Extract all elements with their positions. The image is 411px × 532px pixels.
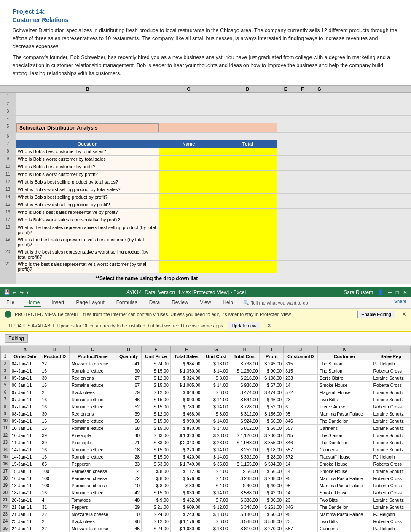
table-cell[interactable]: Flagstaff House (318, 389, 371, 396)
table-cell[interactable]: 16 (40, 367, 70, 374)
table-cell[interactable]: $ 14.00 (202, 489, 230, 496)
table-cell[interactable]: $ 4.00 (202, 482, 230, 489)
table-row[interactable]: 1816-Jan-11100Parmesan cheese72$ 8.00$ 5… (1, 475, 411, 482)
table-cell[interactable]: 21-Jan-11 (10, 503, 40, 510)
table-cell[interactable]: 95 (284, 475, 318, 482)
table-cell[interactable]: $ 392.00 (230, 453, 260, 460)
table-cell[interactable]: $ 15.00 (142, 367, 171, 374)
table-cell[interactable]: $ 52.00 (260, 403, 284, 410)
table-cell[interactable]: $ 728.00 (230, 403, 260, 410)
table-row[interactable]: 1514-Jan-1116Romaine lettuce28$ 15.00$ 4… (1, 453, 411, 460)
table-cell[interactable]: $ 24.00 (142, 525, 171, 532)
table-cell[interactable]: 557 (284, 424, 318, 432)
table-cell[interactable]: 18 (116, 446, 142, 453)
table-cell[interactable]: $ 15.00 (142, 403, 171, 410)
table-cell[interactable]: Loraine Schultz (371, 496, 411, 503)
table-cell[interactable]: 23 (284, 518, 318, 525)
table-cell[interactable]: $ 24.00 (142, 510, 171, 518)
table-cell[interactable]: $ 2,343.00 (170, 439, 202, 446)
table-cell[interactable]: The Dandelion (318, 503, 371, 510)
tab-data[interactable]: Data (148, 299, 161, 307)
table-cell[interactable]: 23-Jan-11 (10, 518, 40, 525)
table-row[interactable]: 908-Jan-1130Red onions39$ 12.00$ 468.00$… (1, 410, 411, 417)
table-cell[interactable]: $ 8.00 (202, 410, 230, 417)
table-cell[interactable]: $ 28.00 (202, 432, 230, 439)
table-cell[interactable]: 58 (116, 424, 142, 432)
table-cell[interactable]: $ 4.00 (202, 467, 230, 475)
table-cell[interactable]: $ 468.00 (170, 410, 202, 417)
table-cell[interactable]: $ 924.00 (230, 417, 260, 424)
table-cell[interactable]: 11-Jan-11 (10, 439, 40, 446)
table-cell[interactable]: 22 (40, 510, 70, 518)
table-cell[interactable]: $ 180.00 (230, 510, 260, 518)
table-cell[interactable]: Roberta Cross (371, 381, 411, 389)
table-cell[interactable]: $ 990.00 (170, 417, 202, 424)
table-cell[interactable]: Smoke House (318, 467, 371, 475)
table-cell[interactable]: 100 (40, 467, 70, 475)
table-cell[interactable]: $ 15.00 (142, 446, 171, 453)
table-cell[interactable]: 10-Jan-11 (10, 432, 40, 439)
table-cell[interactable]: The Station (318, 432, 371, 439)
table-cell[interactable]: Two Bitts (318, 396, 371, 403)
table-cell[interactable]: Loraine Schultz (371, 410, 411, 417)
table-row[interactable]: 707-Jan-1116Romaine lettuce46$ 15.00$ 69… (1, 396, 411, 403)
table-cell[interactable]: 2 (40, 518, 70, 525)
table-cell[interactable]: 4 (40, 496, 70, 503)
table-cell[interactable]: $ 240.00 (170, 510, 202, 518)
table-cell[interactable]: $ 738.00 (230, 360, 260, 367)
table-cell[interactable]: Loraine Schultz (371, 396, 411, 403)
table-cell[interactable]: $ 12.00 (142, 518, 171, 525)
table-cell[interactable]: 45 (116, 525, 142, 532)
table-cell[interactable]: $ 594.00 (260, 460, 284, 467)
table-cell[interactable]: Mozzarella cheese (70, 360, 116, 367)
table-cell[interactable]: PJ Helgoth (371, 525, 411, 532)
table-row[interactable]: 506-Jan-1116Romaine lettuce67$ 15.00$ 1,… (1, 381, 411, 389)
table-cell[interactable]: Pineapple (70, 439, 116, 446)
col-header-B[interactable]: B (40, 346, 70, 353)
table-cell[interactable]: 67 (116, 381, 142, 389)
table-cell[interactable]: $ 14.00 (202, 453, 230, 460)
update-now-button[interactable]: Update now (228, 322, 260, 329)
table-cell[interactable]: 46 (116, 396, 142, 403)
table-cell[interactable]: 572 (284, 389, 318, 396)
table-cell[interactable]: Roberta Cross (371, 489, 411, 496)
table-cell[interactable]: 15-Jan-11 (10, 467, 40, 475)
table-cell[interactable]: Romaine lettuce (70, 367, 116, 374)
table-cell[interactable]: 22 (40, 525, 70, 532)
table-cell[interactable]: $ 12.00 (142, 374, 171, 381)
table-cell[interactable]: Romaine lettuce (70, 424, 116, 432)
table-cell[interactable]: 14 (284, 489, 318, 496)
table-cell[interactable]: $ 588.00 (230, 518, 260, 525)
table-cell[interactable]: 28 (116, 453, 142, 460)
table-cell[interactable]: Romaine lettuce (70, 446, 116, 453)
table-cell[interactable]: 846 (284, 439, 318, 446)
table-cell[interactable]: Carmens (318, 424, 371, 432)
table-cell[interactable]: Pepperoni (70, 460, 116, 467)
table-cell[interactable]: The Station (318, 360, 371, 367)
table-cell[interactable]: $ 324.00 (170, 374, 202, 381)
table-cell[interactable]: Loraine Schultz (371, 432, 411, 439)
table-cell[interactable]: $ 252.00 (230, 446, 260, 453)
col-header-F[interactable]: F (170, 346, 202, 353)
col-header-J[interactable]: J (284, 346, 318, 353)
table-cell[interactable]: $ 14.00 (202, 381, 230, 389)
table-row[interactable]: 1009-Jan-1116Romaine lettuce66$ 15.00$ 9… (1, 417, 411, 424)
table-cell[interactable]: Mozzarella cheese (70, 510, 116, 518)
tab-page-layout[interactable]: Page Layout (74, 299, 106, 307)
table-cell[interactable]: $ 355.00 (260, 439, 284, 446)
table-cell[interactable]: $ 96.00 (260, 496, 284, 503)
table-cell[interactable]: $ 108.00 (260, 374, 284, 381)
table-cell[interactable]: $ 6.00 (202, 518, 230, 525)
table-cell[interactable]: 16 (40, 396, 70, 403)
table-cell[interactable]: $ 40.00 (260, 482, 284, 489)
table-cell[interactable]: Red onions (70, 410, 116, 417)
table-cell[interactable]: $ 56.00 (260, 467, 284, 475)
table-cell[interactable]: $ 24.00 (142, 360, 171, 367)
table-cell[interactable]: $ 200.00 (260, 432, 284, 439)
table-cell[interactable]: $ 33.00 (142, 439, 171, 446)
table-cell[interactable]: Romaine lettuce (70, 381, 116, 389)
table-cell[interactable]: $ 56.00 (230, 467, 260, 475)
tab-formulas[interactable]: Formulas (115, 299, 139, 307)
table-cell[interactable]: 23 (284, 496, 318, 503)
table-cell[interactable]: $ 812.00 (230, 424, 260, 432)
